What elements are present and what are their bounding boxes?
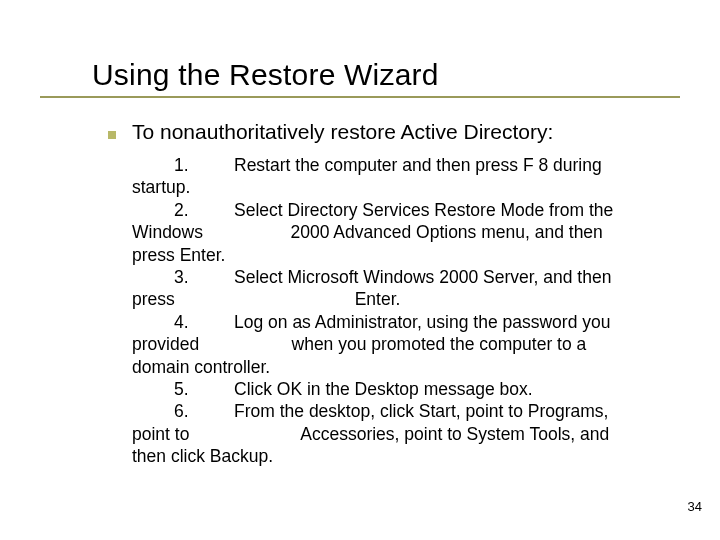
- lead-line: To nonauthoritatively restore Active Dir…: [132, 120, 672, 144]
- step-line: 3.Select Microsoft Windows 2000 Server, …: [132, 266, 672, 288]
- lead-text: To nonauthoritatively restore Active Dir…: [132, 120, 553, 143]
- step-line: Windows 2000 Advanced Options menu, and …: [132, 221, 672, 243]
- page-number: 34: [688, 499, 702, 514]
- step-line: provided when you promoted the computer …: [132, 333, 672, 355]
- step-line: point to Accessories, point to System To…: [132, 423, 672, 445]
- slide: Using the Restore Wizard To nonauthorita…: [0, 0, 720, 467]
- step-line: startup.: [132, 176, 672, 198]
- title-rule: [40, 96, 680, 98]
- step-line: 4.Log on as Administrator, using the pas…: [132, 311, 672, 333]
- slide-title: Using the Restore Wizard: [92, 58, 672, 92]
- steps-block: 1.Restart the computer and then press F …: [132, 154, 672, 467]
- step-line: domain controller.: [132, 356, 672, 378]
- step-line: 5.Click OK in the Desktop message box.: [132, 378, 672, 400]
- step-line: press Enter.: [132, 288, 672, 310]
- step-line: 6.From the desktop, click Start, point t…: [132, 400, 672, 422]
- step-line: then click Backup.: [132, 445, 672, 467]
- square-bullet-icon: [108, 131, 116, 139]
- step-line: press Enter.: [132, 244, 672, 266]
- step-line: 1.Restart the computer and then press F …: [132, 154, 672, 176]
- step-line: 2.Select Directory Services Restore Mode…: [132, 199, 672, 221]
